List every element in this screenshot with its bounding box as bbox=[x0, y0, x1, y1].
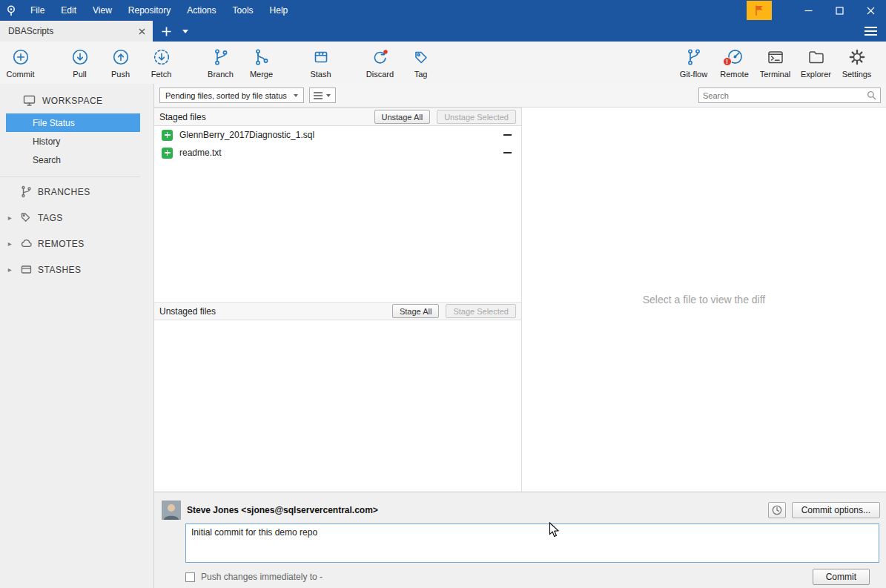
hamburger-menu-button[interactable] bbox=[864, 27, 877, 36]
commit-header: Steve Jones <sjones@sqlservercentral.com… bbox=[154, 492, 886, 520]
toolbar-gap bbox=[41, 62, 59, 63]
sidebar-section-branches[interactable]: BRANCHES bbox=[0, 179, 153, 205]
titlebar: File Edit View Repository Actions Tools … bbox=[0, 0, 886, 21]
workspace-header: WORKSPACE bbox=[0, 84, 153, 113]
merge-toolbar-button[interactable]: Merge bbox=[241, 43, 282, 83]
menu-help[interactable]: Help bbox=[262, 0, 297, 21]
chevron-right-icon[interactable]: ▸ bbox=[6, 214, 14, 222]
explorer-icon bbox=[807, 47, 826, 67]
file-name: readme.txt bbox=[179, 148, 494, 158]
pull-toolbar-button[interactable]: Pull bbox=[59, 43, 100, 83]
staged-file-row[interactable]: GlennBerry_2017Diagnostic_1.sql bbox=[154, 126, 521, 144]
minus-icon bbox=[503, 152, 512, 153]
new-tab-button[interactable] bbox=[153, 21, 178, 42]
search-input[interactable] bbox=[703, 91, 867, 100]
fetch-toolbar-button[interactable]: Fetch bbox=[141, 43, 182, 83]
feedback-flag-button[interactable] bbox=[747, 1, 772, 20]
pull-icon bbox=[70, 47, 90, 67]
chevron-down-icon bbox=[326, 94, 331, 97]
menu-edit[interactable]: Edit bbox=[53, 0, 85, 21]
remote-toolbar-button[interactable]: ! Remote bbox=[714, 43, 755, 83]
staged-add-icon bbox=[162, 148, 173, 159]
pending-files-dropdown[interactable]: Pending files, sorted by file status bbox=[159, 87, 304, 103]
commit-button[interactable]: Commit bbox=[813, 569, 870, 585]
push-toolbar-button[interactable]: Push bbox=[100, 43, 141, 83]
staged-files-header: Staged files Unstage All Unstage Selecte… bbox=[154, 108, 521, 126]
minimize-button[interactable] bbox=[793, 0, 824, 21]
close-button[interactable] bbox=[855, 0, 886, 21]
tag-icon bbox=[411, 47, 431, 67]
stash-toolbar-button[interactable]: Stash bbox=[300, 43, 341, 83]
branch-icon bbox=[19, 185, 33, 198]
discard-toolbar-button[interactable]: Discard bbox=[360, 43, 400, 83]
tab-bar: DBAScripts bbox=[0, 21, 886, 42]
view-options-button[interactable] bbox=[309, 87, 336, 103]
chevron-down-icon bbox=[182, 30, 188, 33]
menu-repository[interactable]: Repository bbox=[120, 0, 179, 21]
sidebar-section-stashes[interactable]: ▸ STASHES bbox=[0, 257, 153, 283]
discard-icon bbox=[371, 47, 390, 67]
commit-message-input[interactable]: Initial commit for this demo repo bbox=[185, 523, 879, 563]
commit-footer: Push changes immediately to - Commit bbox=[185, 569, 879, 585]
tab-close-button[interactable] bbox=[131, 28, 153, 35]
gitflow-icon bbox=[684, 47, 704, 67]
diff-panel: Select a file to view the diff bbox=[521, 107, 886, 492]
diff-placeholder-text: Select a file to view the diff bbox=[643, 294, 766, 305]
stage-all-button[interactable]: Stage All bbox=[392, 304, 439, 318]
unstaged-files-title: Unstaged files bbox=[159, 306, 386, 317]
menu-tools[interactable]: Tools bbox=[225, 0, 262, 21]
sidebar-item-search[interactable]: Search bbox=[0, 151, 153, 169]
commit-toolbar-button[interactable]: Commit bbox=[0, 43, 41, 83]
tab-dbascripts[interactable]: DBAScripts bbox=[0, 21, 153, 42]
chevron-right-icon[interactable]: ▸ bbox=[6, 265, 14, 274]
search-icon bbox=[867, 90, 876, 100]
remote-error-badge: ! bbox=[723, 57, 732, 66]
terminal-toolbar-button[interactable]: Terminal bbox=[755, 43, 796, 83]
filter-bar: Pending files, sorted by file status bbox=[154, 84, 886, 107]
cloud-icon bbox=[19, 237, 33, 250]
unstaged-files-header: Unstaged files Stage All Stage Selected bbox=[154, 302, 521, 320]
sidebar-item-file-status[interactable]: File Status bbox=[6, 113, 140, 132]
workspace-icon bbox=[22, 94, 36, 107]
toolbar-right-group: Git-flow ! Remote Terminal Explorer bbox=[673, 43, 877, 83]
unstaged-files-panel: Unstaged files Stage All Stage Selected bbox=[154, 302, 521, 492]
push-immediately-checkbox[interactable] bbox=[185, 572, 195, 582]
push-icon bbox=[111, 47, 130, 67]
tag-toolbar-button[interactable]: Tag bbox=[400, 43, 441, 83]
tab-title: DBAScripts bbox=[0, 26, 131, 36]
staged-files-title: Staged files bbox=[159, 112, 368, 122]
menu-file[interactable]: File bbox=[22, 0, 53, 21]
stash-icon bbox=[311, 47, 331, 67]
menu-actions[interactable]: Actions bbox=[179, 0, 224, 21]
commit-icon bbox=[11, 47, 30, 67]
explorer-toolbar-button[interactable]: Explorer bbox=[796, 43, 836, 83]
unstage-file-button[interactable] bbox=[500, 146, 514, 159]
menu-view[interactable]: View bbox=[85, 0, 120, 21]
unstage-selected-button[interactable]: Unstage Selected bbox=[437, 110, 516, 124]
file-name: GlennBerry_2017Diagnostic_1.sql bbox=[179, 130, 494, 140]
sidebar-section-remotes[interactable]: ▸ REMOTES bbox=[0, 231, 153, 257]
staged-file-row[interactable]: readme.txt bbox=[154, 144, 521, 162]
unstage-file-button[interactable] bbox=[500, 128, 514, 142]
stage-selected-button[interactable]: Stage Selected bbox=[446, 304, 516, 318]
list-view-icon bbox=[314, 92, 323, 99]
push-immediately-label: Push changes immediately to - bbox=[201, 572, 323, 582]
sidebar-item-history[interactable]: History bbox=[0, 132, 153, 151]
settings-icon bbox=[847, 47, 867, 67]
maximize-button[interactable] bbox=[824, 0, 855, 21]
previous-messages-button[interactable] bbox=[768, 502, 786, 518]
sourcetree-logo bbox=[0, 4, 22, 16]
settings-toolbar-button[interactable]: Settings bbox=[836, 43, 877, 83]
sidebar-section-tags[interactable]: ▸ TAGS bbox=[0, 205, 153, 231]
author-avatar bbox=[162, 501, 181, 520]
chevron-down-icon bbox=[294, 94, 298, 97]
branch-toolbar-button[interactable]: Branch bbox=[200, 43, 241, 83]
commit-options-button[interactable]: Commit options... bbox=[792, 502, 880, 518]
unstage-all-button[interactable]: Unstage All bbox=[374, 110, 431, 124]
chevron-right-icon[interactable]: ▸ bbox=[6, 240, 14, 248]
flag-icon bbox=[754, 4, 764, 16]
new-tab-dropdown[interactable] bbox=[178, 21, 193, 42]
commit-author: Steve Jones <sjones@sqlservercentral.com… bbox=[187, 505, 762, 515]
gitflow-toolbar-button[interactable]: Git-flow bbox=[673, 43, 714, 83]
terminal-icon bbox=[766, 47, 785, 67]
